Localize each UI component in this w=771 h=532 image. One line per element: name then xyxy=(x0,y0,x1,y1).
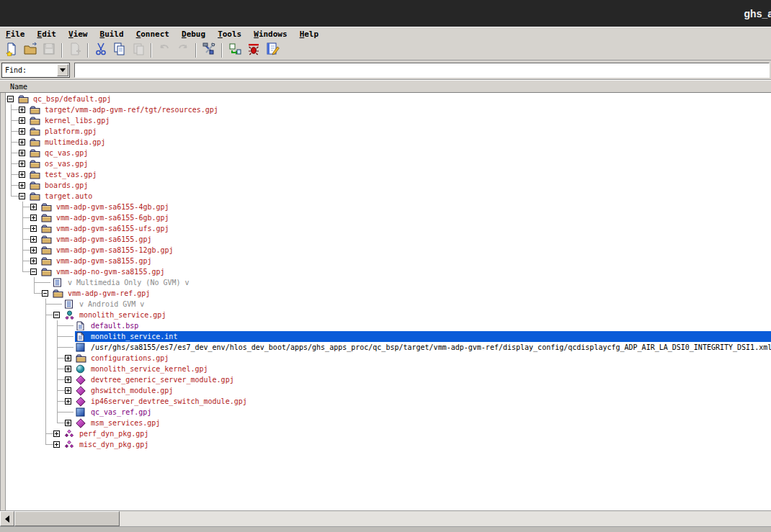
tree-item-label[interactable]: test_vas.gpj xyxy=(43,169,97,180)
tree-item-label[interactable]: devtree_generic_server_module.gpj xyxy=(89,374,234,385)
tree-item-label[interactable]: vmm-adp-gvm-sa6155-6gb.gpj xyxy=(54,212,169,223)
tree-row[interactable]: vmm-adp-gvm-sa6155-ufs.gpj xyxy=(6,223,771,234)
menu-connect[interactable]: Connect xyxy=(136,30,169,39)
tree-row[interactable]: kernel_libs.gpj xyxy=(6,115,771,126)
tree-row[interactable]: /usr/ghs/sa8155/es7/es7_dev_env/hlos_dev… xyxy=(6,342,771,353)
menu-build[interactable]: Build xyxy=(100,30,124,39)
tree-row[interactable]: os_vas.gpj xyxy=(6,158,771,169)
tree-row[interactable]: devtree_generic_server_module.gpj xyxy=(6,374,771,385)
build-button[interactable] xyxy=(200,42,218,59)
tree-expander-plus[interactable] xyxy=(52,428,63,439)
tree-row[interactable]: monolith_service_kernel.gpj xyxy=(6,364,771,374)
new-file-button[interactable] xyxy=(3,42,20,59)
tree-row[interactable]: monolith_service.int xyxy=(6,331,771,342)
copy-button[interactable] xyxy=(111,42,128,59)
tree-item-label[interactable]: vmm-adp-gvm-sa8155.gpj xyxy=(54,256,151,266)
tree-expander-plus[interactable] xyxy=(29,212,40,223)
tree-item-label[interactable]: v Android GVM v xyxy=(77,299,144,310)
tree-row[interactable]: target.auto xyxy=(6,191,771,202)
tree-expander-plus[interactable] xyxy=(17,126,29,137)
tree-row[interactable]: boards.gpj xyxy=(6,180,771,191)
menu-windows[interactable]: Windows xyxy=(254,30,287,39)
connect-button[interactable] xyxy=(226,42,244,59)
tree-expander-plus[interactable] xyxy=(63,374,75,385)
tree-expander-plus[interactable] xyxy=(63,364,75,374)
vertical-scrollbar[interactable] xyxy=(0,93,6,510)
tree-expander-minus[interactable] xyxy=(6,94,17,104)
tree-item-label[interactable]: target.auto xyxy=(43,191,92,202)
tree-expander-minus[interactable] xyxy=(40,288,52,299)
tree-row[interactable]: qc_vas.gpj xyxy=(6,148,771,158)
tree-row[interactable]: vmm-adp-gvm-sa6155.gpj xyxy=(6,234,771,245)
tree-item-label[interactable]: perf_dyn_pkg.gpj xyxy=(77,428,148,439)
tree-expander-plus[interactable] xyxy=(17,169,29,180)
tree-expander-plus[interactable] xyxy=(29,256,40,266)
cut-button[interactable] xyxy=(92,42,110,59)
tree-expander-minus[interactable] xyxy=(52,310,63,320)
debug-button[interactable] xyxy=(245,42,262,59)
tree-item-label[interactable]: target/vmm-adp-gvm-ref/tgt/resources.gpj xyxy=(43,104,218,115)
tree-item-label[interactable]: default.bsp xyxy=(89,320,138,331)
tree-expander-plus[interactable] xyxy=(63,396,75,407)
tree-item-label[interactable]: misc_dyn_pkg.gpj xyxy=(77,439,148,450)
tree-expander-plus[interactable] xyxy=(63,418,75,428)
menu-edit[interactable]: Edit xyxy=(37,30,57,39)
menu-help[interactable]: Help xyxy=(300,30,319,39)
tree-expander-plus[interactable] xyxy=(29,245,40,256)
tree-expander-plus[interactable] xyxy=(29,234,40,245)
tree-expander-plus[interactable] xyxy=(52,439,63,450)
tree-row[interactable]: test_vas.gpj xyxy=(6,169,771,180)
tree-expander-plus[interactable] xyxy=(29,223,40,234)
tree-item-label[interactable]: vmm-adp-no-gvm-sa8155.gpj xyxy=(54,266,165,277)
tree-row[interactable]: configurations.gpj xyxy=(6,353,771,364)
tree-expander-plus[interactable] xyxy=(17,148,29,158)
tree-row[interactable]: vmm-adp-gvm-sa8155.gpj xyxy=(6,256,771,266)
menu-file[interactable]: File xyxy=(6,30,25,39)
tree-item-label[interactable]: kernel_libs.gpj xyxy=(43,115,110,126)
tree-item-label[interactable]: ip46server_devtree_switch_module.gpj xyxy=(89,396,247,407)
tree-item-label[interactable]: vmm-adp-gvm-ref.gpj xyxy=(66,288,150,299)
find-combo-dropdown-button[interactable] xyxy=(57,64,68,76)
horizontal-scrollbar[interactable] xyxy=(0,510,771,526)
tree-item-label[interactable]: os_vas.gpj xyxy=(43,158,88,169)
tree-item-label[interactable]: vmm-adp-gvm-sa8155-12gb.gpj xyxy=(54,245,174,256)
tree-expander-minus[interactable] xyxy=(17,191,29,202)
tree-expander-minus[interactable] xyxy=(29,266,40,277)
tree-row[interactable]: vmm-adp-gvm-sa6155-6gb.gpj xyxy=(6,212,771,223)
tree-item-label[interactable]: /usr/ghs/sa8155/es7/es7_dev_env/hlos_dev… xyxy=(89,342,771,353)
scrollbar-thumb[interactable] xyxy=(14,511,120,526)
tree-column-header[interactable]: Name xyxy=(0,80,771,93)
tree-expander-plus[interactable] xyxy=(17,158,29,169)
tree-item-label[interactable]: monolith_service.int xyxy=(89,331,177,342)
tree-row[interactable]: target/vmm-adp-gvm-ref/tgt/resources.gpj xyxy=(6,104,771,115)
tree-row[interactable]: vmm-adp-gvm-sa6155-4gb.gpj xyxy=(6,202,771,212)
tree-item-label[interactable]: vmm-adp-gvm-sa6155-ufs.gpj xyxy=(54,223,169,234)
menu-debug[interactable]: Debug xyxy=(182,30,205,39)
tree-row[interactable]: monolith_service.gpj xyxy=(6,310,771,320)
tree-row[interactable]: msm_services.gpj xyxy=(6,418,771,428)
tree-expander-plus[interactable] xyxy=(17,115,29,126)
tree-row[interactable]: misc_dyn_pkg.gpj xyxy=(6,439,771,450)
menu-view[interactable]: View xyxy=(68,30,88,39)
tree-row[interactable]: ghswitch_module.gpj xyxy=(6,385,771,396)
tree-row[interactable]: qc_bsp/default.gpj xyxy=(6,94,771,104)
tree-item-label[interactable]: platform.gpj xyxy=(43,126,97,137)
tree-row[interactable]: perf_dyn_pkg.gpj xyxy=(6,428,771,439)
tree-row[interactable]: vmm-adp-no-gvm-sa8155.gpj xyxy=(6,266,771,277)
tree-row[interactable]: ip46server_devtree_switch_module.gpj xyxy=(6,396,771,407)
tree-row[interactable]: vmm-adp-gvm-ref.gpj xyxy=(6,288,771,299)
tree-expander-plus[interactable] xyxy=(17,137,29,148)
tree-row[interactable]: v Multimedia Only (No GVM) v xyxy=(6,277,771,288)
open-file-button[interactable] xyxy=(22,42,39,59)
tree-item-label[interactable]: qc_vas.gpj xyxy=(43,148,88,158)
tree-row[interactable]: v Android GVM v xyxy=(6,299,771,310)
tree-expander-plus[interactable] xyxy=(17,104,29,115)
tree-row[interactable]: multimedia.gpj xyxy=(6,137,771,148)
tree-item-label[interactable]: qc_vas_ref.gpj xyxy=(89,407,151,418)
find-input[interactable] xyxy=(74,63,770,78)
menu-tools[interactable]: Tools xyxy=(218,30,241,39)
tree-item-label[interactable]: vmm-adp-gvm-sa6155-4gb.gpj xyxy=(54,202,169,212)
tree-item-label[interactable]: configurations.gpj xyxy=(89,353,169,364)
tree-item-label[interactable]: multimedia.gpj xyxy=(43,137,105,148)
tree-item-label[interactable]: v Multimedia Only (No GVM) v xyxy=(66,277,190,288)
